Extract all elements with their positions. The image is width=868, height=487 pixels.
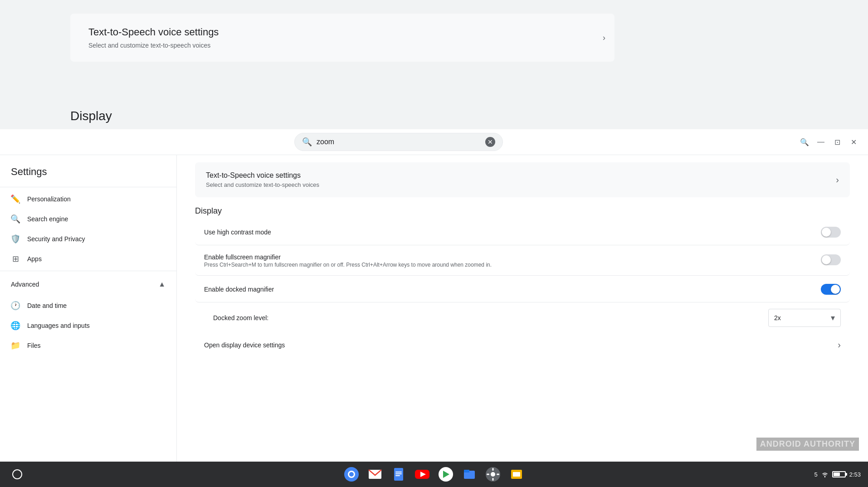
open-display-arrow-icon: › — [838, 340, 841, 350]
fullscreen-magnifier-title: Enable fullscreen magnifier — [204, 253, 821, 261]
svg-rect-6 — [395, 472, 402, 472]
battery-fill — [834, 472, 840, 476]
tts-preview-arrow: › — [603, 33, 605, 43]
fullscreen-magnifier-subtitle: Press Ctrl+Search+M to turn fullscreen m… — [204, 262, 821, 268]
svg-point-3 — [349, 472, 354, 477]
sidebar-item-date-time[interactable]: 🕐 Date and time — [0, 296, 169, 316]
taskbar-files[interactable] — [459, 464, 479, 484]
high-contrast-row[interactable]: Use high contrast mode — [195, 219, 850, 245]
display-section-title: Display — [195, 201, 850, 219]
security-privacy-icon: 🛡️ — [11, 234, 20, 244]
docked-zoom-label: Docked zoom level: — [204, 314, 761, 321]
settings-title-bar: 🔍 ✕ 🔍 — ⊡ ✕ — [0, 129, 868, 155]
open-display-row[interactable]: Open display device settings › — [195, 333, 850, 356]
sidebar-item-security-privacy[interactable]: 🛡️ Security and Privacy — [0, 229, 169, 249]
chrome-icon — [343, 466, 360, 482]
advanced-label: Advanced — [11, 281, 39, 288]
home-button[interactable] — [7, 464, 27, 484]
taskbar-gmail[interactable] — [365, 464, 385, 484]
advanced-header[interactable]: Advanced ▲ — [11, 277, 166, 292]
sidebar-item-languages[interactable]: 🌐 Languages and inputs — [0, 316, 169, 336]
docked-magnifier-row[interactable]: Enable docked magnifier — [195, 277, 850, 302]
docs-icon — [390, 466, 407, 482]
search-input[interactable] — [317, 138, 481, 146]
files-icon: 📁 — [11, 341, 20, 350]
sidebar-divider-advanced — [0, 271, 176, 271]
maximize-btn[interactable]: ⊡ — [830, 135, 844, 149]
languages-icon: 🌐 — [11, 321, 20, 330]
svg-rect-8 — [395, 475, 400, 476]
search-window-btn[interactable]: 🔍 — [797, 135, 812, 149]
settings-body: Settings ✏️ Personalization 🔍 Search eng… — [0, 155, 868, 487]
sidebar-item-search-engine[interactable]: 🔍 Search engine — [0, 209, 169, 229]
top-preview-area: Text-to-Speech voice settings Select and… — [0, 0, 868, 129]
slides-icon — [508, 466, 525, 482]
taskbar-youtube[interactable] — [412, 464, 432, 484]
docked-zoom-value: 2x — [774, 314, 781, 321]
tts-setting-card[interactable]: Text-to-Speech voice settings Select and… — [195, 162, 850, 197]
taskbar-left — [7, 464, 27, 484]
docked-magnifier-knob — [831, 285, 840, 294]
svg-rect-19 — [487, 474, 489, 475]
apps-icon: ⊞ — [11, 254, 20, 263]
svg-point-16 — [491, 472, 495, 477]
window-controls: 🔍 — ⊡ ✕ — [797, 135, 861, 149]
content-inner: Text-to-Speech voice settings Select and… — [177, 155, 868, 356]
svg-rect-14 — [464, 470, 469, 472]
docked-magnifier-toggle[interactable] — [821, 284, 841, 295]
fullscreen-magnifier-knob — [822, 255, 831, 264]
taskbar-right: 5 2:53 — [814, 471, 861, 478]
taskbar-play-store[interactable] — [436, 464, 456, 484]
docked-zoom-row: Docked zoom level: 2x ▾ — [195, 303, 850, 332]
wifi-icon — [821, 471, 829, 478]
tts-preview-subtitle: Select and customize text-to-speech voic… — [88, 42, 596, 49]
tts-title: Text-to-Speech voice settings — [206, 171, 319, 180]
files-icon — [461, 466, 478, 482]
svg-rect-18 — [493, 478, 494, 481]
search-wrapper: 🔍 ✕ — [7, 133, 790, 151]
svg-rect-22 — [513, 472, 520, 477]
search-engine-icon: 🔍 — [11, 214, 20, 224]
display-preview-heading: Display — [70, 109, 112, 123]
battery-number: 5 — [814, 471, 817, 478]
tts-preview-card[interactable]: Text-to-Speech voice settings Select and… — [70, 14, 614, 62]
sidebar-label-files: Files — [27, 342, 41, 349]
tts-subtitle: Select and customize text-to-speech voic… — [206, 181, 319, 188]
close-btn[interactable]: ✕ — [846, 135, 861, 149]
gmail-icon — [367, 466, 383, 482]
advanced-chevron-icon: ▲ — [158, 280, 166, 288]
svg-point-0 — [13, 470, 22, 479]
sidebar-item-apps[interactable]: ⊞ Apps — [0, 249, 169, 269]
tts-preview-title: Text-to-Speech voice settings — [88, 26, 596, 38]
settings-window: 🔍 ✕ 🔍 — ⊡ ✕ Settings ✏️ Personalization … — [0, 129, 868, 487]
sidebar-item-files[interactable]: 📁 Files — [0, 336, 169, 356]
docked-zoom-select[interactable]: 2x ▾ — [768, 309, 841, 327]
sidebar-label-personalization: Personalization — [27, 195, 71, 203]
date-time-icon: 🕐 — [11, 301, 20, 310]
watermark: ANDROID AUTHORITY — [756, 438, 859, 451]
docked-zoom-caret-icon: ▾ — [831, 313, 835, 323]
docked-magnifier-text: Enable docked magnifier — [204, 286, 821, 293]
play-store-icon — [438, 466, 454, 482]
battery-icon — [832, 471, 846, 477]
fullscreen-magnifier-toggle[interactable] — [821, 254, 841, 265]
clock: 2:53 — [849, 471, 861, 478]
sidebar-item-personalization[interactable]: ✏️ Personalization — [0, 189, 169, 209]
clear-search-icon[interactable]: ✕ — [485, 137, 495, 147]
taskbar-slides[interactable] — [507, 464, 527, 484]
svg-rect-17 — [493, 468, 494, 471]
sidebar: Settings ✏️ Personalization 🔍 Search eng… — [0, 155, 177, 487]
taskbar-settings[interactable] — [483, 464, 503, 484]
taskbar-docs[interactable] — [389, 464, 409, 484]
tts-text: Text-to-Speech voice settings Select and… — [206, 171, 319, 188]
search-icon: 🔍 — [302, 137, 312, 147]
settings-icon — [485, 466, 501, 482]
high-contrast-toggle[interactable] — [821, 227, 841, 238]
taskbar-chrome[interactable] — [341, 464, 361, 484]
high-contrast-knob — [822, 228, 831, 237]
sidebar-label-security-privacy: Security and Privacy — [27, 235, 85, 243]
sidebar-label-date-time: Date and time — [27, 302, 67, 309]
minimize-btn[interactable]: — — [814, 135, 828, 149]
fullscreen-magnifier-row[interactable]: Enable fullscreen magnifier Press Ctrl+S… — [195, 246, 850, 276]
launcher-icon — [12, 469, 22, 479]
